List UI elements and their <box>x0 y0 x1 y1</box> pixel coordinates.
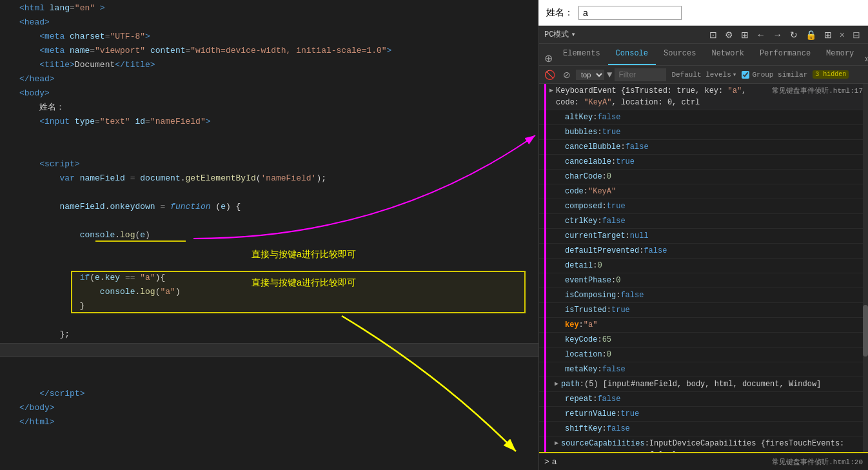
prop-path[interactable]: ▶ path: (5) [input#nameField, body, html… <box>539 377 868 392</box>
more-tabs-btn[interactable]: » <box>862 54 868 65</box>
prop-metaKey: metaKey: false <box>539 362 868 377</box>
code-line-19 <box>0 257 538 271</box>
group-similar-label: Group similar <box>742 71 807 79</box>
prop-sourceCapabilities[interactable]: ▶ sourceCapabilities: InputDeviceCapabil… <box>539 436 868 452</box>
code-line-26 <box>0 373 538 387</box>
code-line-25 <box>0 358 538 373</box>
scrollbar-thumb[interactable] <box>863 305 868 357</box>
form-input[interactable] <box>578 6 682 20</box>
levels-chevron-icon: ▾ <box>733 70 737 79</box>
prop-isComposing: isComposing: false <box>539 288 868 303</box>
code-line-29: </html> <box>0 415 538 429</box>
close-devtools-button[interactable]: × <box>837 28 847 41</box>
responsive-icon[interactable]: ⊡ <box>707 29 720 41</box>
inspect-element-btn[interactable]: ⊕ <box>542 52 555 65</box>
code-line-7: <body> <box>0 86 538 101</box>
tab-memory[interactable]: Memory <box>818 43 862 65</box>
code-line-27: </script> <box>0 387 538 401</box>
source-cap-triangle[interactable]: ▶ <box>555 438 558 452</box>
page-form-bar: 姓名： <box>538 0 868 26</box>
filter-input[interactable] <box>615 68 666 81</box>
hidden-badge: 3 hidden <box>813 70 849 79</box>
editor-content: <html lang="en" > <head> <meta charset="… <box>0 0 538 429</box>
code-line-14 <box>0 186 538 200</box>
code-line-28: </body> <box>0 401 538 415</box>
prop-returnValue: returnValue: true <box>539 407 868 422</box>
pc-mode-selector[interactable]: PC模式 ▾ <box>544 29 576 40</box>
code-line-9: <input type="text" id="nameField"> <box>0 115 538 129</box>
code-line-1: <html lang="en" > <box>0 1 538 15</box>
code-line-4: <meta name="viewport" content="width=dev… <box>0 44 538 58</box>
right-panel: 姓名： PC模式 ▾ ⊡ ⚙ ⊞ ← → ↻ 🔒 ⊞ × ⊟ ⊕ Element… <box>538 0 868 470</box>
code-line-16 <box>0 214 538 228</box>
prop-cancelBubble: cancelBubble: false <box>539 140 868 155</box>
group-similar-checkbox[interactable] <box>742 71 749 79</box>
expand-triangle[interactable]: ▶ <box>549 85 553 108</box>
code-line-6: </head> <box>0 72 538 86</box>
devtools-panel: PC模式 ▾ ⊡ ⚙ ⊞ ← → ↻ 🔒 ⊞ × ⊟ ⊕ Elements Co… <box>538 26 868 470</box>
chevron-down-icon: ▾ <box>571 30 575 39</box>
code-line-22: } <box>0 299 538 313</box>
prop-code: code: "KeyA" <box>539 184 868 199</box>
prop-detail: detail: 0 <box>539 259 868 273</box>
code-line-10 <box>0 129 538 143</box>
dock-button[interactable]: ⊟ <box>850 28 863 41</box>
prop-altKey: altKey: false <box>539 110 868 125</box>
devtools-tabs: ⊕ Elements Console Sources Network Perfo… <box>539 44 868 66</box>
event-text: KeyboardEvent {isTrusted: true, key: "a"… <box>556 85 772 108</box>
tab-sources[interactable]: Sources <box>656 43 704 65</box>
pc-mode-label: PC模式 <box>544 29 569 40</box>
prop-eventPhase: eventPhase: 0 <box>539 273 868 288</box>
event-header-row[interactable]: ▶ KeyboardEvent {isTrusted: true, key: "… <box>539 84 868 110</box>
prop-defaultPrevented: defaultPrevented: false <box>539 244 868 259</box>
prop-charCode: charCode: 0 <box>539 170 868 184</box>
code-line-15: nameField.onkeydown = function (e) { <box>0 200 538 214</box>
code-line-13: var nameField = document.getElementById(… <box>0 171 538 186</box>
prop-composed: composed: true <box>539 199 868 214</box>
event-file-link[interactable]: 常见键盘事件侦听.html:17 <box>772 85 868 108</box>
clear-console-btn[interactable]: 🚫 <box>542 68 558 81</box>
code-line-20: if(e.key == "a"){ <box>0 271 538 285</box>
back-icon[interactable]: ← <box>754 29 768 41</box>
tab-elements[interactable]: Elements <box>555 43 608 65</box>
tab-console[interactable]: Console <box>608 43 656 65</box>
grid-icon[interactable]: ⊞ <box>822 29 834 41</box>
devtools-top-bar: PC模式 ▾ ⊡ ⚙ ⊞ ← → ↻ 🔒 ⊞ × ⊟ <box>539 26 868 44</box>
console-input-file: 常见键盘事件侦听.html:20 <box>772 457 863 467</box>
code-separator <box>0 343 538 357</box>
prop-bubbles: bubbles: true <box>539 125 868 140</box>
lock-icon[interactable]: 🔒 <box>803 29 819 41</box>
code-line-17: console.log(e) <box>0 228 538 242</box>
default-levels-label: Default levels <box>671 71 731 79</box>
scrollbar-track <box>863 84 868 452</box>
settings-icon[interactable]: ⚙ <box>722 29 736 41</box>
group-similar-text: Group similar <box>752 71 807 79</box>
console-input-bar[interactable]: > a 常见键盘事件侦听.html:20 <box>539 452 868 470</box>
path-triangle[interactable]: ▶ <box>555 378 558 390</box>
ban-icon-btn[interactable]: ⊘ <box>560 68 573 81</box>
code-line-8: 姓名： <box>0 101 538 115</box>
prop-repeat: repeat: false <box>539 392 868 407</box>
form-label: 姓名： <box>546 7 573 19</box>
filter-arrow-icon: ▼ <box>607 70 612 80</box>
default-levels-btn[interactable]: Default levels ▾ <box>669 69 739 80</box>
code-line-3: <meta charset="UTF-8"> <box>0 30 538 44</box>
console-input-value[interactable]: a <box>552 457 772 467</box>
code-line-23 <box>0 313 538 328</box>
tab-performance[interactable]: Performance <box>752 43 818 65</box>
forward-icon[interactable]: → <box>771 29 785 41</box>
code-line-24: }; <box>0 328 538 342</box>
prop-location: location: 0 <box>539 348 868 362</box>
if-block-container: if(e.key == "a"){ console.log("a") } <box>0 271 538 313</box>
screenshot-icon[interactable]: ⊞ <box>738 29 751 41</box>
console-output[interactable]: ▶ KeyboardEvent {isTrusted: true, key: "… <box>539 84 868 452</box>
code-line-2: <head> <box>0 15 538 30</box>
refresh-icon[interactable]: ↻ <box>787 29 800 41</box>
frame-select[interactable]: top <box>576 70 604 80</box>
prop-currentTarget: currentTarget: null <box>539 229 868 244</box>
code-line-12: <script> <box>0 157 538 171</box>
code-line-11 <box>0 143 538 157</box>
prop-key: → key: "a" <box>539 318 868 333</box>
code-editor: <html lang="en" > <head> <meta charset="… <box>0 0 538 470</box>
tab-network[interactable]: Network <box>704 43 751 65</box>
